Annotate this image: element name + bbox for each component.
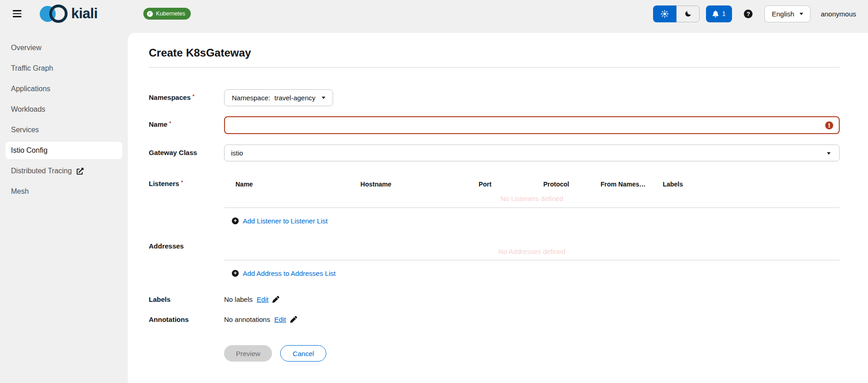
kubernetes-status-badge[interactable]: ✓ Kubernetes xyxy=(143,8,191,20)
gateway-class-selected-value: istio xyxy=(231,149,243,157)
column-header-labels: Labels xyxy=(651,180,840,189)
cancel-button[interactable]: Cancel xyxy=(280,345,326,362)
form-actions: Preview Cancel xyxy=(224,345,840,362)
page-title: Create K8sGateway xyxy=(149,47,840,59)
error-exclamation-icon xyxy=(825,121,833,129)
namespace-dropdown[interactable]: Namespace: travel-agency xyxy=(224,89,333,106)
namespace-selected-value: travel-agency xyxy=(274,94,315,102)
addresses-label: Addresses xyxy=(149,242,224,250)
annotations-value: No annotations xyxy=(224,316,270,323)
addresses-divider xyxy=(224,260,840,260)
theme-toggle-group xyxy=(653,5,700,22)
annotations-label: Annotations xyxy=(149,316,224,323)
kiali-logo-ring-circle xyxy=(49,5,68,23)
title-divider xyxy=(149,67,840,67)
listeners-row: Listeners* Name Hostname Port Protocol F… xyxy=(149,180,840,225)
pencil-icon[interactable] xyxy=(272,296,279,303)
bell-icon xyxy=(712,10,719,17)
labels-value: No labels xyxy=(224,295,253,303)
light-theme-button[interactable] xyxy=(653,5,676,22)
moon-icon xyxy=(685,10,692,17)
column-header-name: Name xyxy=(224,180,349,189)
required-asterisk: * xyxy=(193,93,194,99)
labels-edit-link[interactable]: Edit xyxy=(257,295,269,303)
sun-icon xyxy=(661,10,669,18)
dark-theme-button[interactable] xyxy=(676,5,700,22)
masthead-right: 1 ? English anonymous xyxy=(653,5,856,22)
namespace-dropdown-prefix: Namespace: xyxy=(232,94,270,102)
kubernetes-badge-label: Kubernetes xyxy=(156,10,185,17)
name-row: Name* xyxy=(149,116,840,134)
chevron-down-icon xyxy=(322,97,325,99)
name-input[interactable] xyxy=(224,116,840,134)
language-dropdown[interactable]: English xyxy=(764,5,810,22)
name-label: Name* xyxy=(149,116,224,128)
notification-count: 1 xyxy=(722,10,726,17)
annotations-edit-link[interactable]: Edit xyxy=(274,316,286,323)
annotations-row: Annotations No annotations Edit xyxy=(149,316,840,323)
main-area: Create K8sGateway Namespaces* Namespace:… xyxy=(128,27,868,383)
namespaces-row: Namespaces* Namespace: travel-agency xyxy=(149,89,840,106)
plus-circle-icon: + xyxy=(232,270,239,277)
sidebar-item-distributed-tracing[interactable]: Distributed Tracing xyxy=(5,162,122,180)
labels-row: Labels No labels Edit xyxy=(149,295,840,303)
gateway-class-select[interactable]: istio xyxy=(224,145,840,161)
column-header-hostname: Hostname xyxy=(349,180,467,189)
sidebar-item-istio-config[interactable]: Istio Config xyxy=(5,142,122,159)
sidebar-item-applications[interactable]: Applications xyxy=(5,80,122,98)
namespaces-label: Namespaces* xyxy=(149,89,224,101)
required-asterisk: * xyxy=(181,180,183,185)
required-asterisk: * xyxy=(169,120,171,126)
column-header-port: Port xyxy=(467,180,532,189)
external-link-icon xyxy=(77,168,84,175)
kiali-app: kiali ✓ Kubernetes xyxy=(0,0,868,383)
sidebar-item-services[interactable]: Services xyxy=(5,121,122,139)
language-label: English xyxy=(772,10,794,18)
masthead-left: kiali ✓ Kubernetes xyxy=(10,4,191,23)
add-address-label: Add Address to Addresses List xyxy=(243,269,335,277)
create-k8sgateway-form: Namespaces* Namespace: travel-agency xyxy=(149,89,840,362)
notifications-button[interactable]: 1 xyxy=(706,5,732,22)
kiali-logo: kiali xyxy=(40,4,98,23)
add-listener-label: Add Listener to Listener List xyxy=(243,217,328,225)
kiali-brand-text: kiali xyxy=(71,5,98,22)
username: anonymous xyxy=(821,10,856,18)
sidebar-item-overview[interactable]: Overview xyxy=(5,39,122,57)
add-listener-button[interactable]: + Add Listener to Listener List xyxy=(232,217,328,225)
plus-circle-icon: + xyxy=(232,217,239,224)
body-row: Overview Traffic Graph Applications Work… xyxy=(0,27,868,383)
hamburger-menu-button[interactable] xyxy=(10,7,24,20)
listeners-label: Listeners* xyxy=(149,180,224,187)
content-card: Create K8sGateway Namespaces* Namespace:… xyxy=(128,33,868,383)
add-address-button[interactable]: + Add Address to Addresses List xyxy=(232,269,335,277)
column-header-protocol: Protocol xyxy=(532,180,589,189)
pencil-icon[interactable] xyxy=(290,316,297,323)
listeners-table-header: Name Hostname Port Protocol From Namespa… xyxy=(224,180,840,189)
sidebar: Overview Traffic Graph Applications Work… xyxy=(0,27,128,383)
preview-button[interactable]: Preview xyxy=(224,345,272,362)
addresses-row: Addresses No Addresses defined + Add Add… xyxy=(149,242,840,277)
help-icon[interactable]: ? xyxy=(744,10,753,18)
masthead: kiali ✓ Kubernetes xyxy=(0,0,868,27)
chevron-down-icon xyxy=(800,13,803,15)
labels-label: Labels xyxy=(149,295,224,303)
gateway-class-row: Gateway Class istio xyxy=(149,145,840,161)
sidebar-item-workloads[interactable]: Workloads xyxy=(5,101,122,118)
column-header-from-namespaces: From Namespac... xyxy=(589,180,651,189)
listeners-divider xyxy=(224,207,840,208)
sidebar-item-traffic-graph[interactable]: Traffic Graph xyxy=(5,60,122,77)
addresses-empty-text: No Addresses defined xyxy=(224,242,840,260)
listeners-empty-text: No Listeners defined xyxy=(224,189,840,207)
kiali-logo-mark xyxy=(40,4,68,23)
gateway-class-label: Gateway Class xyxy=(149,145,224,156)
sidebar-item-mesh[interactable]: Mesh xyxy=(5,183,122,200)
chevron-down-icon xyxy=(827,152,831,155)
check-circle-icon: ✓ xyxy=(147,11,153,17)
